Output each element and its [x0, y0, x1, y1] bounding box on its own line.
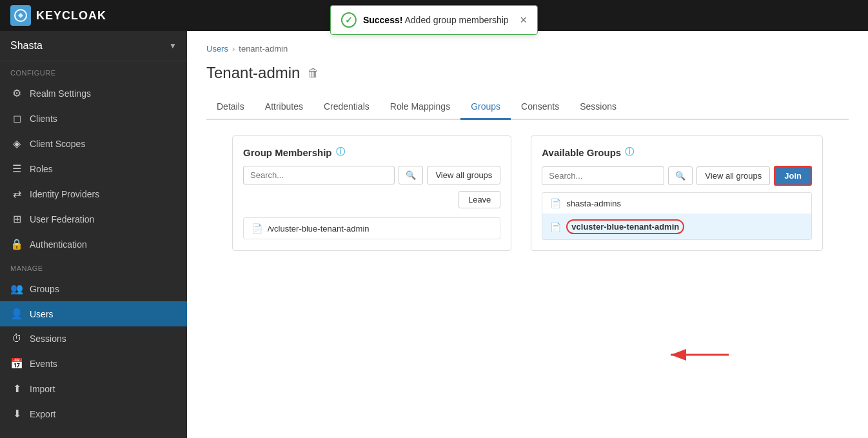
- group-membership-list: 📄 /vcluster-blue-tenant-admin: [243, 217, 500, 239]
- available-groups-search-input[interactable]: [542, 166, 664, 185]
- sidebar-item-clients[interactable]: ◻ Clients: [0, 106, 187, 131]
- page-title: Tenant-admin: [206, 64, 300, 82]
- tab-groups[interactable]: Groups: [460, 95, 511, 120]
- available-groups-list: 📄 shasta-admins 📄 vcluster-blue-tenant-a…: [542, 192, 812, 240]
- sidebar-item-label: Client Scopes: [30, 139, 85, 149]
- group-membership-search-button[interactable]: 🔍: [399, 166, 423, 184]
- group-membership-title: Group Membership ⓘ: [243, 146, 500, 158]
- groups-panels: Group Membership ⓘ 🔍 View all groups Lea…: [206, 135, 849, 251]
- sidebar-item-import[interactable]: ⬆ Import: [0, 376, 187, 401]
- sidebar-item-groups[interactable]: 👥 Groups: [0, 276, 187, 301]
- gear-icon: ⚙: [10, 87, 23, 99]
- sidebar-item-label: Users: [30, 309, 54, 319]
- realm-selector[interactable]: Shasta ▼: [0, 31, 187, 61]
- list-item[interactable]: 📄 vcluster-blue-tenant-admin: [542, 214, 811, 239]
- sidebar-item-label: Groups: [30, 284, 59, 294]
- logo: KEYCLOAK: [10, 5, 106, 26]
- sidebar-item-identity-providers[interactable]: ⇄ Identity Providers: [0, 181, 187, 206]
- available-groups-info-icon[interactable]: ⓘ: [625, 146, 634, 158]
- sidebar-item-roles[interactable]: ☰ Roles: [0, 156, 187, 181]
- lock-icon: 🔒: [10, 238, 23, 250]
- sidebar-item-label: Export: [30, 409, 55, 419]
- user-federation-icon: ⊞: [10, 213, 23, 225]
- group-membership-panel: Group Membership ⓘ 🔍 View all groups Lea…: [232, 135, 511, 251]
- toast-message: Success! Added group membership: [363, 15, 509, 25]
- file-icon: 📄: [252, 223, 262, 234]
- logo-text: KEYCLOAK: [36, 9, 106, 23]
- sidebar: Shasta ▼ Configure ⚙ Realm Settings ◻ Cl…: [0, 31, 187, 438]
- sidebar-item-authentication[interactable]: 🔒 Authentication: [0, 232, 187, 257]
- breadcrumb: Users › tenant-admin: [206, 44, 849, 54]
- clients-icon: ◻: [10, 112, 23, 124]
- tab-consents[interactable]: Consents: [511, 95, 569, 120]
- sidebar-item-label: Clients: [30, 114, 57, 124]
- sidebar-item-realm-settings[interactable]: ⚙ Realm Settings: [0, 81, 187, 106]
- topbar: KEYCLOAK ✓ Success! Added group membersh…: [0, 0, 868, 31]
- leave-button[interactable]: Leave: [459, 191, 500, 208]
- sidebar-item-label: Roles: [30, 164, 53, 174]
- chevron-down-icon: ▼: [169, 41, 177, 50]
- breadcrumb-current: tenant-admin: [239, 44, 288, 54]
- manage-section-label: Manage: [0, 257, 187, 276]
- annotation-arrow: [658, 342, 735, 368]
- sessions-icon: ⏱: [10, 333, 23, 344]
- tab-details[interactable]: Details: [206, 95, 255, 120]
- group-membership-search-input[interactable]: [243, 166, 395, 184]
- available-groups-title: Available Groups ⓘ: [542, 146, 812, 158]
- identity-providers-icon: ⇄: [10, 188, 23, 200]
- realm-name: Shasta: [10, 40, 43, 52]
- file-icon: 📄: [550, 222, 561, 232]
- client-scopes-icon: ◈: [10, 137, 23, 150]
- tab-attributes[interactable]: Attributes: [255, 95, 313, 120]
- sidebar-item-label: Authentication: [30, 239, 87, 250]
- group-membership-search-row: 🔍 View all groups: [243, 166, 500, 184]
- available-group-name-highlighted: vcluster-blue-tenant-admin: [566, 219, 684, 234]
- sidebar-item-label: Import: [30, 384, 55, 394]
- roles-icon: ☰: [10, 163, 23, 175]
- sidebar-item-events[interactable]: 📅 Events: [0, 351, 187, 376]
- groups-icon: 👥: [10, 283, 23, 295]
- export-icon: ⬇: [10, 408, 23, 420]
- available-groups-view-all-button[interactable]: View all groups: [696, 166, 770, 185]
- list-item[interactable]: 📄 shasta-admins: [542, 193, 811, 214]
- toast-success-icon: ✓: [341, 12, 357, 28]
- breadcrumb-users-link[interactable]: Users: [206, 44, 228, 54]
- sidebar-item-label: Sessions: [30, 333, 66, 344]
- breadcrumb-separator: ›: [232, 44, 235, 54]
- leave-row: Leave: [243, 191, 500, 214]
- sidebar-item-label: Realm Settings: [30, 88, 91, 99]
- join-button[interactable]: Join: [774, 166, 812, 186]
- toast-close-button[interactable]: ×: [520, 14, 528, 27]
- available-groups-search-row: 🔍 View all groups Join: [542, 166, 812, 186]
- group-membership-info-icon[interactable]: ⓘ: [336, 146, 345, 158]
- sidebar-item-export[interactable]: ⬇ Export: [0, 401, 187, 426]
- tabs-bar: Details Attributes Credentials Role Mapp…: [206, 95, 849, 120]
- sidebar-item-client-scopes[interactable]: ◈ Client Scopes: [0, 131, 187, 156]
- sidebar-item-sessions[interactable]: ⏱ Sessions: [0, 326, 187, 351]
- list-item[interactable]: 📄 /vcluster-blue-tenant-admin: [244, 218, 500, 239]
- available-groups-search-button[interactable]: 🔍: [668, 166, 693, 185]
- logo-icon: [10, 5, 31, 26]
- sidebar-item-users[interactable]: 👤 Users: [0, 301, 187, 326]
- sidebar-item-label: Identity Providers: [30, 189, 99, 199]
- tab-role-mappings[interactable]: Role Mappings: [380, 95, 460, 120]
- tab-sessions[interactable]: Sessions: [569, 95, 627, 120]
- content-area: Users › tenant-admin Tenant-admin 🗑 Deta…: [187, 31, 868, 438]
- sidebar-item-label: User Federation: [30, 214, 94, 224]
- tab-credentials[interactable]: Credentials: [313, 95, 380, 120]
- delete-user-icon[interactable]: 🗑: [308, 66, 319, 80]
- group-membership-item-name: /vcluster-blue-tenant-admin: [268, 224, 370, 234]
- available-groups-panel: Available Groups ⓘ 🔍 View all groups Joi…: [531, 135, 823, 251]
- available-group-name: shasta-admins: [566, 199, 621, 208]
- file-icon: 📄: [550, 198, 561, 208]
- import-icon: ⬆: [10, 383, 23, 395]
- events-icon: 📅: [10, 357, 23, 370]
- configure-section-label: Configure: [0, 61, 187, 81]
- user-icon: 👤: [10, 308, 23, 320]
- group-membership-view-all-button[interactable]: View all groups: [427, 166, 500, 184]
- main-layout: Shasta ▼ Configure ⚙ Realm Settings ◻ Cl…: [0, 31, 868, 438]
- page-header: Tenant-admin 🗑: [206, 64, 849, 82]
- sidebar-item-label: Events: [30, 359, 57, 369]
- sidebar-item-user-federation[interactable]: ⊞ User Federation: [0, 206, 187, 232]
- success-toast: ✓ Success! Added group membership ×: [330, 5, 538, 35]
